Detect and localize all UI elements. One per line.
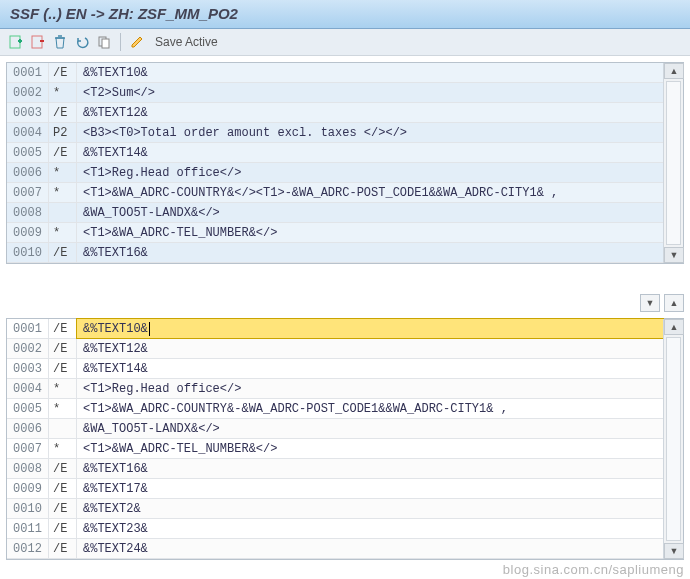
- line-text[interactable]: &%TEXT17&: [77, 479, 663, 498]
- source-text-pane: 0001/E&%TEXT10&0002*<T2>Sum</>0003/E&%TE…: [6, 62, 684, 264]
- line-tag[interactable]: /E: [49, 243, 77, 262]
- line-text[interactable]: &%TEXT16&: [77, 459, 663, 478]
- line-tag[interactable]: *: [49, 183, 77, 202]
- table-row[interactable]: 0002/E&%TEXT12&: [7, 339, 663, 359]
- line-tag[interactable]: *: [49, 83, 77, 102]
- table-row[interactable]: 0009/E&%TEXT17&: [7, 479, 663, 499]
- line-tag[interactable]: *: [49, 399, 77, 418]
- line-text[interactable]: <T1>&WA_ADRC-COUNTRY&</><T1>-&WA_ADRC-PO…: [77, 183, 663, 202]
- line-number: 0004: [7, 123, 49, 142]
- line-text[interactable]: <T1>Reg.Head office</>: [77, 163, 663, 182]
- line-tag[interactable]: [49, 203, 77, 222]
- line-number: 0010: [7, 499, 49, 518]
- edit-icon[interactable]: [129, 34, 145, 50]
- line-text[interactable]: <T1>&WA_ADRC-TEL_NUMBER&</>: [77, 223, 663, 242]
- line-number: 0001: [7, 319, 49, 338]
- line-number: 0005: [7, 399, 49, 418]
- line-text[interactable]: &%TEXT10&: [77, 63, 663, 82]
- vertical-scrollbar[interactable]: ▲ ▼: [663, 319, 683, 559]
- line-tag[interactable]: *: [49, 223, 77, 242]
- line-number: 0004: [7, 379, 49, 398]
- line-text[interactable]: &WA_TOO5T-LANDX&</>: [77, 203, 663, 222]
- vertical-scrollbar[interactable]: ▲ ▼: [663, 63, 683, 263]
- line-text[interactable]: &%TEXT12&: [77, 103, 663, 122]
- scroll-down-icon[interactable]: ▼: [664, 247, 684, 263]
- line-text[interactable]: &%TEXT16&: [77, 243, 663, 262]
- dropdown-icon[interactable]: ▼: [640, 294, 660, 312]
- toolbar-separator: [120, 33, 121, 51]
- table-row[interactable]: 0008/E&%TEXT16&: [7, 459, 663, 479]
- table-row[interactable]: 0005*<T1>&WA_ADRC-COUNTRY&-&WA_ADRC-POST…: [7, 399, 663, 419]
- line-number: 0006: [7, 419, 49, 438]
- line-text[interactable]: &%TEXT14&: [77, 359, 663, 378]
- line-tag[interactable]: /E: [49, 103, 77, 122]
- line-text[interactable]: &%TEXT23&: [77, 519, 663, 538]
- scroll-up-icon[interactable]: ▲: [664, 294, 684, 312]
- line-text[interactable]: <B3><T0>Total order amount excl. taxes <…: [77, 123, 663, 142]
- table-row[interactable]: 0011/E&%TEXT23&: [7, 519, 663, 539]
- table-row[interactable]: 0008&WA_TOO5T-LANDX&</>: [7, 203, 663, 223]
- line-number: 0008: [7, 203, 49, 222]
- line-text[interactable]: <T1>Reg.Head office</>: [77, 379, 663, 398]
- target-text-pane: 0001/E&%TEXT10&0002/E&%TEXT12&0003/E&%TE…: [6, 318, 684, 560]
- table-row[interactable]: 0003/E&%TEXT12&: [7, 103, 663, 123]
- line-tag[interactable]: [49, 419, 77, 438]
- copy-icon[interactable]: [96, 34, 112, 50]
- scroll-up-icon[interactable]: ▲: [664, 319, 684, 335]
- line-text[interactable]: <T1>&WA_ADRC-TEL_NUMBER&</>: [77, 439, 663, 458]
- table-row[interactable]: 0012/E&%TEXT24&: [7, 539, 663, 559]
- scroll-down-icon[interactable]: ▼: [664, 543, 684, 559]
- line-tag[interactable]: /E: [49, 359, 77, 378]
- table-row[interactable]: 0005/E&%TEXT14&: [7, 143, 663, 163]
- line-tag[interactable]: /E: [49, 143, 77, 162]
- table-row[interactable]: 0004P2<B3><T0>Total order amount excl. t…: [7, 123, 663, 143]
- table-row[interactable]: 0003/E&%TEXT14&: [7, 359, 663, 379]
- table-row[interactable]: 0010/E&%TEXT16&: [7, 243, 663, 263]
- line-text[interactable]: &%TEXT12&: [77, 339, 663, 358]
- table-row[interactable]: 0009*<T1>&WA_ADRC-TEL_NUMBER&</>: [7, 223, 663, 243]
- line-tag[interactable]: *: [49, 379, 77, 398]
- table-row[interactable]: 0006*<T1>Reg.Head office</>: [7, 163, 663, 183]
- line-text[interactable]: &WA_TOO5T-LANDX&</>: [77, 419, 663, 438]
- scroll-thumb[interactable]: [666, 337, 681, 541]
- scroll-thumb[interactable]: [666, 81, 681, 245]
- line-tag[interactable]: /E: [49, 539, 77, 558]
- line-text[interactable]: <T1>&WA_ADRC-COUNTRY&-&WA_ADRC-POST_CODE…: [77, 399, 663, 418]
- line-number: 0003: [7, 103, 49, 122]
- line-tag[interactable]: /E: [49, 499, 77, 518]
- line-number: 0006: [7, 163, 49, 182]
- table-row[interactable]: 0004*<T1>Reg.Head office</>: [7, 379, 663, 399]
- line-number: 0002: [7, 83, 49, 102]
- line-tag[interactable]: /E: [49, 339, 77, 358]
- line-tag[interactable]: /E: [49, 63, 77, 82]
- line-tag[interactable]: /E: [49, 459, 77, 478]
- line-number: 0007: [7, 439, 49, 458]
- subtract-icon[interactable]: [30, 34, 46, 50]
- table-row[interactable]: 0010/E&%TEXT2&: [7, 499, 663, 519]
- table-row[interactable]: 0001/E&%TEXT10&: [7, 319, 663, 339]
- line-tag[interactable]: *: [49, 163, 77, 182]
- line-tag[interactable]: *: [49, 439, 77, 458]
- line-text[interactable]: <T2>Sum</>: [77, 83, 663, 102]
- line-text[interactable]: &%TEXT10&: [77, 319, 663, 338]
- line-number: 0001: [7, 63, 49, 82]
- table-row[interactable]: 0001/E&%TEXT10&: [7, 63, 663, 83]
- table-row[interactable]: 0002*<T2>Sum</>: [7, 83, 663, 103]
- line-tag[interactable]: /E: [49, 479, 77, 498]
- table-row[interactable]: 0007*<T1>&WA_ADRC-COUNTRY&</><T1>-&WA_AD…: [7, 183, 663, 203]
- line-tag[interactable]: P2: [49, 123, 77, 142]
- watermark-text: blog.sina.com.cn/sapliumeng: [503, 562, 684, 577]
- save-active-button[interactable]: Save Active: [155, 35, 218, 49]
- table-row[interactable]: 0006&WA_TOO5T-LANDX&</>: [7, 419, 663, 439]
- line-tag[interactable]: /E: [49, 319, 77, 338]
- line-tag[interactable]: /E: [49, 519, 77, 538]
- table-row[interactable]: 0007*<T1>&WA_ADRC-TEL_NUMBER&</>: [7, 439, 663, 459]
- add-icon[interactable]: [8, 34, 24, 50]
- line-text[interactable]: &%TEXT24&: [77, 539, 663, 558]
- line-text[interactable]: &%TEXT2&: [77, 499, 663, 518]
- delete-icon[interactable]: [52, 34, 68, 50]
- line-text[interactable]: &%TEXT14&: [77, 143, 663, 162]
- scroll-up-icon[interactable]: ▲: [664, 63, 684, 79]
- undo-icon[interactable]: [74, 34, 90, 50]
- line-number: 0011: [7, 519, 49, 538]
